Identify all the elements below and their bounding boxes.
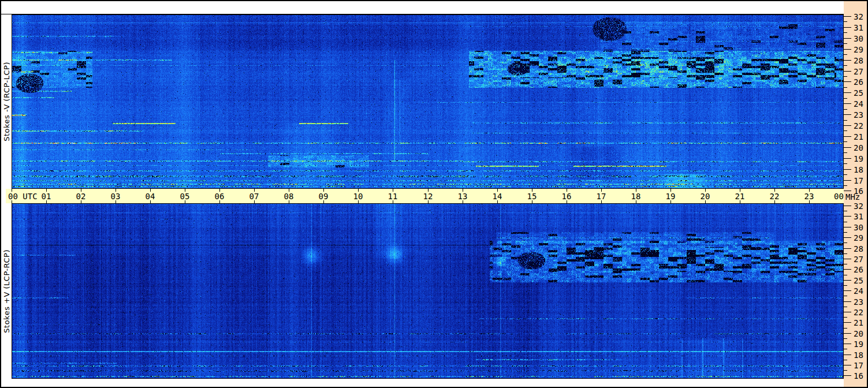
freq-axis-label: 25 (854, 88, 863, 96)
freq-axis-tick (844, 355, 851, 355)
freq-axis-tick (844, 269, 851, 270)
freq-axis-minor-tick (844, 307, 847, 307)
freq-axis-minor-tick (844, 76, 847, 77)
freq-axis-column: MHz 323130292827262524232221201918171632… (844, 1, 867, 387)
freq-axis-minor-tick (844, 65, 847, 66)
freq-axis-minor-tick (844, 211, 847, 211)
freq-axis-label: 32 (854, 12, 863, 20)
freq-axis-tick (844, 38, 851, 39)
freq-axis-minor-tick (844, 242, 847, 243)
freq-axis-label: 16 (854, 186, 863, 195)
freq-axis-label: 21 (854, 318, 863, 326)
freq-axis-minor-tick (844, 349, 847, 349)
app-window: AJ4CO Observatory 13 Mar 2014 - DPS on T… (0, 0, 868, 388)
time-axis-label: 15 (527, 192, 537, 200)
freq-axis-tick (844, 103, 851, 104)
freq-axis-tick (844, 301, 851, 302)
freq-axis-label: 17 (854, 176, 863, 184)
time-axis-label: 01 (42, 192, 51, 200)
freq-axis-tick (844, 333, 851, 334)
freq-axis-label: 29 (854, 45, 863, 53)
freq-axis-tick (844, 312, 851, 312)
freq-axis-minor-tick (844, 360, 847, 360)
freq-axis-label: 19 (854, 339, 863, 348)
freq-axis-label: 24 (854, 286, 863, 294)
freq-axis-minor-tick (844, 32, 847, 33)
freq-axis-minor-tick (844, 317, 847, 318)
freq-axis-tick (844, 71, 851, 72)
freq-axis-tick (844, 180, 851, 181)
spectrogram-bottom (12, 203, 844, 379)
time-axis-label: 07 (249, 192, 259, 200)
freq-axis-label: 23 (854, 297, 863, 305)
freq-axis-tick (844, 158, 851, 159)
freq-axis-tick (844, 191, 851, 191)
freq-axis-label: 31 (854, 212, 863, 220)
freq-axis-tick (844, 280, 851, 281)
time-axis-label: 19 (666, 192, 676, 200)
freq-axis-label: 27 (854, 255, 863, 263)
time-axis-label: 00 UTC (8, 192, 38, 200)
freq-axis-minor-tick (844, 109, 847, 110)
freq-axis-label: 27 (854, 67, 863, 75)
freq-axis-label: 29 (854, 233, 863, 241)
freq-axis-label: 16 (854, 371, 863, 379)
time-axis-label: 20 (701, 192, 710, 200)
freq-axis-minor-tick (844, 120, 847, 121)
freq-axis-minor-tick (844, 222, 847, 222)
time-axis-label: 02 (76, 192, 86, 200)
time-axis-label: 12 (423, 192, 433, 200)
time-axis-label: 21 (735, 192, 745, 200)
freq-axis-minor-tick (844, 338, 847, 339)
freq-axis-tick (844, 322, 851, 323)
freq-axis-label: 17 (854, 361, 863, 369)
freq-axis-minor-tick (844, 328, 847, 329)
freq-axis-tick (844, 136, 851, 137)
freq-axis-tick (844, 259, 851, 259)
freq-axis-label: 30 (854, 34, 863, 42)
spectrogram-top (12, 14, 844, 189)
freq-axis-minor-tick (844, 232, 847, 233)
freq-axis-label: 24 (854, 99, 863, 107)
y-axis-label-top: Stokes -V (RCP-LCP) (1, 14, 12, 189)
freq-axis-minor-tick (844, 98, 847, 99)
freq-axis-tick (844, 248, 851, 249)
freq-axis-tick (844, 365, 851, 365)
time-axis-label: 23 (804, 192, 814, 200)
freq-axis-minor-tick (844, 253, 847, 254)
freq-axis-minor-tick (844, 275, 847, 275)
freq-axis-minor-tick (844, 54, 847, 55)
time-axis-label: 18 (631, 192, 641, 200)
freq-axis-minor-tick (844, 141, 847, 142)
freq-axis-tick (844, 237, 851, 238)
freq-axis-tick (844, 125, 851, 126)
time-axis-label: 17 (597, 192, 606, 200)
time-axis-label: 16 (562, 192, 572, 200)
freq-axis-minor-tick (844, 285, 847, 286)
freq-axis-tick (844, 16, 851, 17)
time-axis-label: 08 (284, 192, 294, 200)
freq-axis-label: 18 (854, 350, 863, 359)
freq-axis-label: 22 (854, 121, 863, 129)
freq-axis-tick (844, 290, 851, 291)
freq-axis-tick (844, 169, 851, 170)
freq-axis-label: 26 (854, 77, 863, 85)
freq-axis-minor-tick (844, 174, 847, 175)
freq-axis-label: 21 (854, 132, 863, 140)
freq-axis-label: 30 (854, 223, 863, 231)
freq-axis-label: 18 (854, 165, 863, 173)
time-axis-label: 06 (215, 192, 225, 200)
freq-axis-label: 20 (854, 143, 863, 151)
freq-axis-tick (844, 60, 851, 61)
freq-axis-minor-tick (844, 370, 847, 371)
time-axis-label: 14 (493, 192, 502, 200)
freq-axis-minor-tick (844, 43, 847, 44)
freq-axis-minor-tick (844, 163, 847, 164)
freq-axis-label: 20 (854, 329, 863, 337)
freq-axis-tick (844, 114, 851, 115)
time-axis-label: 04 (146, 192, 155, 200)
freq-axis-label: 26 (854, 265, 863, 273)
time-axis-label: 22 (770, 192, 780, 200)
freq-axis-minor-tick (844, 264, 847, 264)
freq-axis-tick (844, 206, 851, 206)
